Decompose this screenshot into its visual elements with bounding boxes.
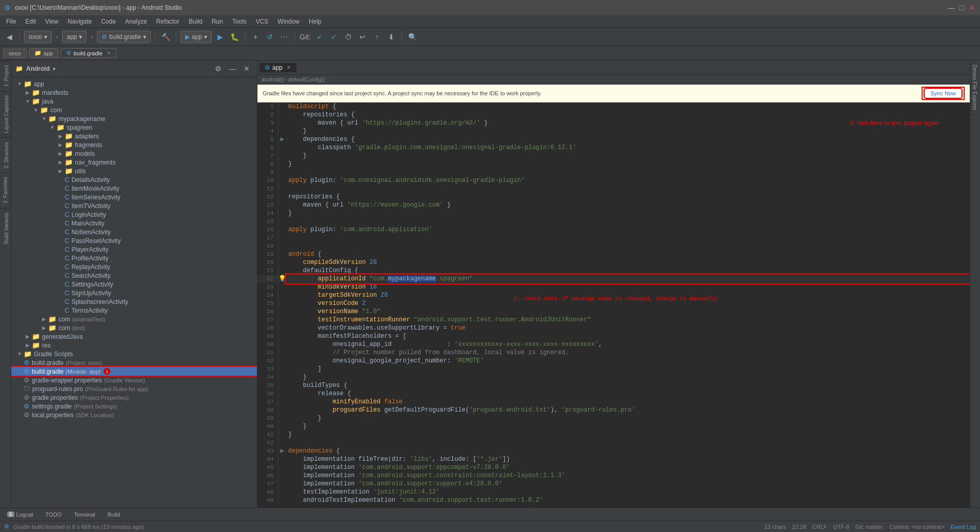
git-clock-button[interactable]: ⏱	[342, 31, 354, 43]
run-button[interactable]: ▶	[214, 31, 226, 43]
debug-button[interactable]: 🐛	[228, 31, 241, 43]
maximize-button[interactable]: □	[957, 4, 966, 12]
tree-item-mypackagename[interactable]: ▼ 📁 mypackagename	[11, 114, 257, 123]
editor-tab-app-gradle[interactable]: ⚙ app ✕	[259, 63, 296, 72]
menu-navigate[interactable]: Navigate	[64, 17, 96, 26]
tab-structure[interactable]: 2: Structure	[0, 137, 11, 173]
tree-item-gradle-scripts[interactable]: ▼ 📁 Gradle Scripts	[11, 350, 257, 358]
file-selector[interactable]: ⚙ build.gradle ▾	[97, 31, 151, 43]
tree-item-splashscreen-activity[interactable]: C SplashscreenActivity	[11, 297, 257, 306]
git-status-button[interactable]: ✓	[328, 31, 340, 43]
hammer-button[interactable]: 🔨	[159, 31, 172, 43]
tree-item-utils[interactable]: ▶ 📁 utils	[11, 167, 257, 175]
bottom-tab-logcat[interactable]: 6 Logcat	[4, 510, 36, 519]
tree-item-java[interactable]: ▼ 📁 java	[11, 97, 257, 106]
folder-icon: 📁	[48, 315, 56, 323]
menu-edit[interactable]: Edit	[21, 17, 40, 26]
menu-refactor[interactable]: Refactor	[152, 17, 184, 26]
git-undo-button[interactable]: ↩	[356, 31, 369, 43]
tree-item-passreset-activity[interactable]: C PassResetActivity	[11, 236, 257, 245]
tree-item-local-properties[interactable]: ⚙ local.properties (SDK Location)	[11, 411, 257, 419]
tree-settings-button[interactable]: ⚙	[212, 63, 224, 75]
tab-project[interactable]: 1: Project	[0, 60, 11, 91]
tab-favorites[interactable]: 3: Favorites	[0, 172, 11, 208]
tab-layout-captures[interactable]: Layout Captures	[0, 91, 11, 137]
tree-item-build-gradle-project[interactable]: ⚙ build.gradle (Project: oxoo)	[11, 358, 257, 367]
menu-file[interactable]: File	[2, 17, 20, 26]
tree-item-main-activity[interactable]: C MainActivity	[11, 219, 257, 228]
menu-analyze[interactable]: Analyze	[121, 17, 151, 26]
tab-build-variants[interactable]: Build Variants	[0, 208, 11, 248]
tree-item-search-activity[interactable]: C SearchActivity	[11, 271, 257, 280]
code-line-16: 16 apply plugin: 'com.android.applicatio…	[257, 226, 970, 234]
tree-item-app[interactable]: ▼ 📁 app	[11, 79, 257, 88]
tree-item-profile-activity[interactable]: C ProfileActivity	[11, 254, 257, 262]
tree-item-res[interactable]: ▶ 📁 res	[11, 341, 257, 350]
bottom-tab-build[interactable]: Build	[105, 510, 123, 519]
menu-vcs[interactable]: VCS	[252, 17, 273, 26]
git-pull-button[interactable]: ⬇	[385, 31, 397, 43]
close-tab-icon[interactable]: ✕	[287, 65, 291, 70]
tree-item-gradle-wrapper[interactable]: ⚙ gradle-wrapper.properties (Gradle Vers…	[11, 376, 257, 384]
menu-code[interactable]: Code	[97, 17, 120, 26]
close-tab-icon[interactable]: ✕	[107, 50, 111, 56]
tree-item-settings-gradle[interactable]: ⚙ settings.gradle (Project Settings)	[11, 402, 257, 411]
breadcrumb-tab-oxoo[interactable]: oxoo	[3, 49, 27, 58]
tree-item-terms-activity[interactable]: C TermsActivity	[11, 306, 257, 315]
tree-item-com[interactable]: ▼ 📁 com	[11, 106, 257, 114]
tree-item-models[interactable]: ▶ 📁 models	[11, 149, 257, 158]
back-button[interactable]: ◀	[3, 31, 15, 43]
more-button[interactable]: ⋯	[278, 31, 290, 43]
tree-item-noitem-activity[interactable]: C NoItemActivity	[11, 228, 257, 236]
search-everywhere-button[interactable]: 🔍	[406, 31, 418, 43]
tree-item-itemseries-activity[interactable]: C ItemSeriesActivity	[11, 193, 257, 201]
breadcrumb-tab-app[interactable]: 📁 app	[29, 48, 58, 58]
tree-item-replay-activity[interactable]: C ReplayActivity	[11, 262, 257, 271]
tree-item-nav-fragments[interactable]: ▶ 📁 nav_fragments	[11, 158, 257, 167]
module-selector[interactable]: app ▾	[62, 31, 87, 43]
tree-item-adapters[interactable]: ▶ 📁 adapters	[11, 132, 257, 140]
minimize-button[interactable]: —	[947, 4, 955, 12]
tab-device-file-explorer[interactable]: Device File Explorer	[970, 60, 979, 115]
tree-item-com-test[interactable]: ▶ 📁 com (test)	[11, 323, 257, 332]
folder-icon: 📁	[65, 150, 73, 157]
tree-item-proguard[interactable]: 🛡 proguard-rules.pro (ProGuard Rules for…	[11, 384, 257, 393]
tree-item-settings-activity[interactable]: C SettingsActivity	[11, 280, 257, 289]
tree-item-itemtv-activity[interactable]: C ItemTVActivity	[11, 201, 257, 210]
bottom-tab-terminal[interactable]: Terminal	[71, 510, 98, 519]
path-separator-2: ›	[89, 33, 95, 40]
tree-item-fragments[interactable]: ▶ 📁 fragments	[11, 140, 257, 149]
event-log-button[interactable]: Event Log	[950, 524, 976, 530]
git-check-button[interactable]: ✓	[313, 31, 326, 43]
tree-minimize-button[interactable]: ✕	[241, 63, 253, 75]
menu-help[interactable]: Help	[305, 17, 326, 26]
tree-item-login-activity[interactable]: C LoginActivity	[11, 210, 257, 219]
sync-now-button[interactable]: Sync Now	[925, 89, 962, 98]
tree-item-generated-java[interactable]: ▶ 📁 generatedJava	[11, 332, 257, 341]
git-push-button[interactable]: ↑	[371, 31, 383, 43]
sync-button[interactable]: ↺	[264, 31, 276, 43]
config-selector[interactable]: ▶ app ▾	[181, 31, 212, 43]
tree-toggle-button[interactable]: —	[226, 63, 238, 75]
tree-item-signup-activity[interactable]: C SignUpActivity	[11, 289, 257, 297]
tree-item-details-activity[interactable]: C DetailsActivity	[11, 175, 257, 184]
class-icon: C	[65, 298, 69, 305]
menu-view[interactable]: View	[41, 17, 63, 26]
menu-run[interactable]: Run	[208, 17, 227, 26]
tree-item-com-androidtest[interactable]: ▶ 📁 com (androidTest)	[11, 315, 257, 323]
code-editor[interactable]: 2. check here if package name no changed…	[257, 103, 970, 507]
tree-item-itemmovie-activity[interactable]: C ItemMovieActivity	[11, 184, 257, 193]
menu-build[interactable]: Build	[185, 17, 207, 26]
bottom-tab-todo[interactable]: TODO	[43, 510, 65, 519]
tree-item-build-gradle-module[interactable]: ⚙ build.gradle (Module: app) 1	[11, 367, 257, 376]
tree-item-manifests[interactable]: ▶ 📁 manifests	[11, 88, 257, 97]
add-config-button[interactable]: +	[249, 31, 262, 43]
menu-window[interactable]: Window	[273, 17, 304, 26]
tree-item-spagreen[interactable]: ▼ 📁 spagreen	[11, 123, 257, 132]
menu-tools[interactable]: Tools	[228, 17, 251, 26]
tree-item-player-activity[interactable]: C PlayerActivity	[11, 245, 257, 254]
tree-item-gradle-properties[interactable]: ⚙ gradle.properties (Project Properties)	[11, 393, 257, 402]
close-button[interactable]: ✕	[968, 4, 976, 12]
project-selector[interactable]: oxoo ▾	[24, 31, 52, 43]
breadcrumb-tab-buildgradle[interactable]: ⚙ build.gradle ✕	[61, 48, 116, 58]
